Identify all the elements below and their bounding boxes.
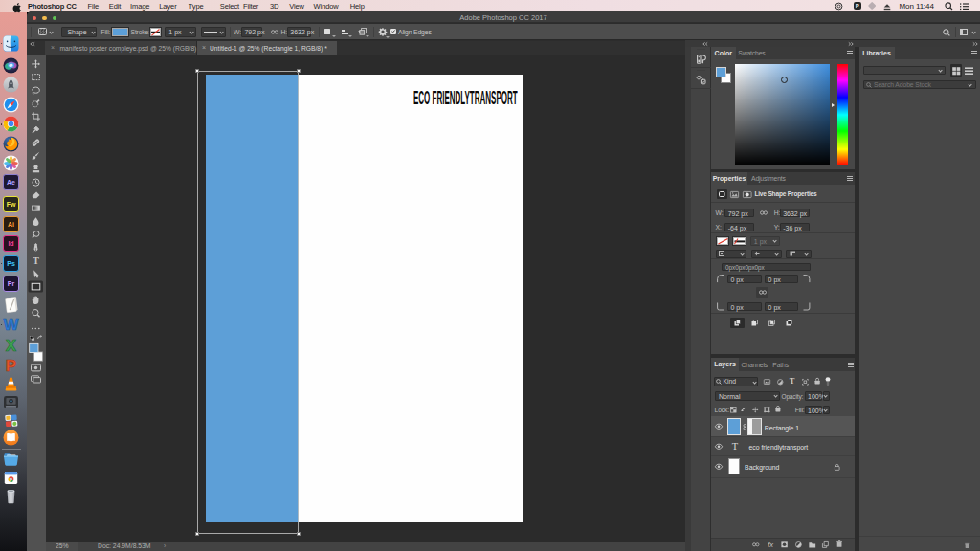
svg-text:T: T <box>33 255 39 266</box>
svg-text:X: X <box>6 337 17 355</box>
svg-text:W: W <box>4 317 19 333</box>
svg-text:P: P <box>6 357 16 375</box>
